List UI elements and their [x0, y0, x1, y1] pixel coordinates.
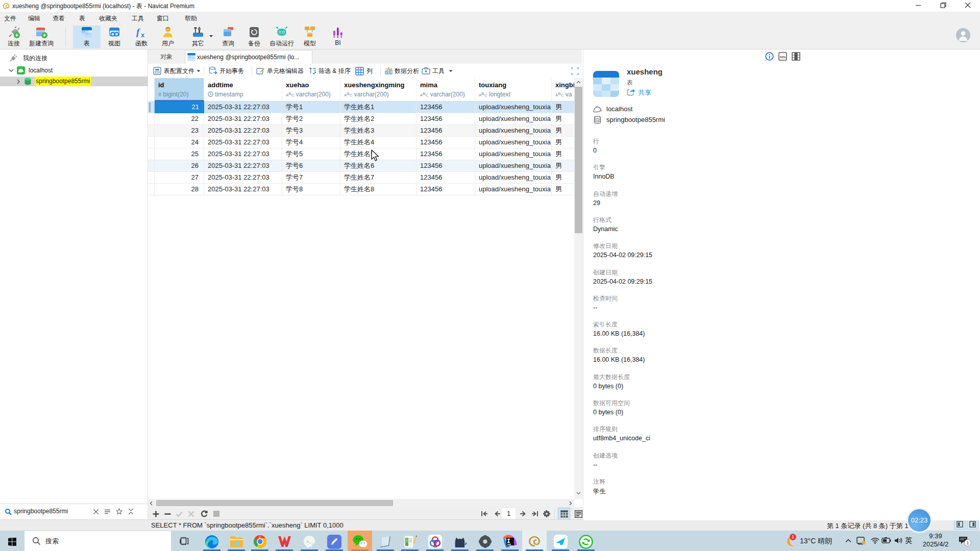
svg-text:f: f — [136, 27, 140, 37]
svg-text:>_: >_ — [306, 539, 311, 544]
svg-text:DDL: DDL — [780, 55, 787, 59]
svg-text:x: x — [141, 31, 145, 39]
